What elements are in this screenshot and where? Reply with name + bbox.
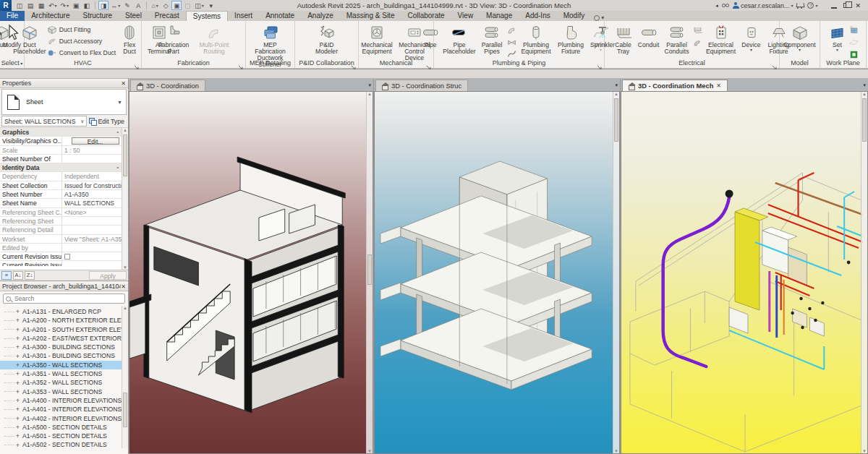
ribbon-tab-massing-site[interactable]: Massing & Site (340, 11, 401, 21)
duct-placeholder-button[interactable]: Duct Placeholder (13, 22, 46, 56)
pipe-button[interactable]: Pipe (420, 22, 441, 49)
close-inactive-views-button[interactable]: ▢ (182, 1, 192, 10)
close-button[interactable]: ✕ (855, 2, 861, 9)
tab-list-menu-icon[interactable]: ▾ (368, 82, 371, 88)
properties-header[interactable]: Properties ✕ (0, 79, 128, 88)
pipe-accessory-button[interactable] (506, 37, 517, 48)
property-row-referencing-sheet-c[interactable]: Referencing Sheet C...<None> (0, 208, 128, 217)
view3-scrollbar[interactable]: ▲▼ (861, 92, 867, 453)
property-row-workset[interactable]: WorksetView "Sheet: A1-A350... (0, 235, 128, 244)
type-selector[interactable]: Sheet ▼ (1, 89, 127, 115)
browser-search[interactable] (3, 294, 125, 304)
print-button[interactable]: ▣ (71, 1, 81, 10)
expand-icon[interactable]: + (14, 343, 21, 351)
expand-icon[interactable]: + (14, 406, 21, 413)
edit-type-button[interactable]: Edit Type (87, 118, 127, 125)
duct-button[interactable]: Duct (0, 22, 12, 49)
user-account-button[interactable]: cesar.r.escalan... ▾ (733, 2, 793, 9)
text-button[interactable]: A (133, 1, 143, 10)
ribbon-tab-manage[interactable]: Manage (480, 11, 519, 21)
tab-list-menu-icon[interactable]: ▾ (615, 82, 618, 88)
measure-button[interactable]: ↔▾ (109, 1, 122, 10)
fabrication-part-button[interactable]: Fabrication Part (153, 22, 194, 56)
ref-plane-button[interactable] (848, 37, 859, 48)
open-button[interactable]: ▤ (25, 1, 35, 10)
browser-item-a1-a402[interactable]: +A1-A402 - INTERIOR ELEVATIONS (0, 414, 128, 423)
view-canvas-coordination-struc[interactable]: ▲▼ (374, 91, 620, 454)
sort-ascending-button[interactable]: A↓ (13, 271, 23, 280)
property-row-scale[interactable]: Scale1 : 50 (0, 146, 128, 155)
tag-button[interactable]: ◇ (161, 1, 171, 10)
show-work-plane-button[interactable] (848, 25, 859, 35)
revision-checkbox[interactable] (64, 254, 70, 260)
property-row-current-revision-issu[interactable]: Current Revision Issu (0, 261, 128, 266)
dialog-launcher-icon[interactable] (597, 61, 603, 67)
dialog-launcher-icon[interactable] (772, 61, 778, 67)
dialog-launcher-icon[interactable] (426, 61, 432, 67)
p-id-modeler-button[interactable]: P&ID Modeler (305, 22, 349, 56)
mechanical-equipment-button[interactable]: Mechanical Equipment (359, 22, 395, 56)
browser-scrollbar[interactable]: ▲ (122, 306, 128, 448)
redo-button[interactable]: ↷▾ (59, 1, 71, 10)
expand-icon[interactable]: + (14, 326, 21, 333)
thin-lines-button[interactable]: ▣ (171, 1, 182, 10)
device-button[interactable]: Device▾ (739, 22, 764, 53)
undo-button[interactable]: ↶▾ (47, 1, 59, 10)
browser-item-a1-a350[interactable]: +A1-A350 - WALL SECTIONS (0, 361, 128, 369)
property-row-dependency[interactable]: DependencyIndependent (0, 172, 128, 181)
revit-logo[interactable]: R (0, 0, 12, 11)
ribbon-tab-insert[interactable]: Insert (228, 11, 259, 21)
browser-item-a1-a202[interactable]: +A1-A202 - EAST/WEST EXTERIOR ELEVAT (0, 334, 128, 343)
browser-item-a1-a502[interactable]: +A1-A502 - SECTION DETAILS (0, 440, 128, 448)
select-box-button[interactable]: ◨ (98, 1, 109, 10)
browser-item-a1-a300[interactable]: +A1-A300 - BUILDING SECTIONS (0, 343, 128, 351)
duct-fitting-button[interactable]: Duct Fitting (47, 25, 116, 35)
view-tab-3d-coordination[interactable]: 3D - Coordination (130, 80, 205, 91)
expand-icon[interactable]: + (14, 397, 21, 404)
project-browser-header[interactable]: Project Browser - arch_buildinga1_144104… (0, 282, 128, 291)
store-button[interactable] (796, 3, 804, 9)
dialog-launcher-icon[interactable] (351, 61, 357, 67)
ribbon-tab-systems[interactable]: Systems (186, 11, 228, 21)
search-input[interactable] (13, 294, 122, 303)
sort-menu-button[interactable]: ≡ (1, 271, 12, 280)
wire-button[interactable]: Wire▾ (591, 22, 611, 53)
parallel-pipes-button[interactable]: Parallel Pipes (478, 22, 506, 56)
view-canvas-coordination-mech[interactable]: ▲▼ (621, 91, 868, 454)
view1-scrollbar[interactable]: ▲▼ (366, 92, 373, 453)
view-tab-close-icon[interactable]: ✕ (716, 82, 721, 89)
ribbon-tab-file[interactable]: File (0, 11, 25, 21)
expand-icon[interactable]: + (14, 370, 21, 377)
browser-item-a1-a351[interactable]: +A1-A351 - WALL SECTIONS (0, 369, 128, 378)
cable-tray-fitting-button[interactable] (692, 25, 703, 35)
component-button[interactable]: Component▾ (781, 22, 819, 53)
default-3d-view-button[interactable]: ⌂▾ (150, 1, 160, 10)
browser-item-a1-a131[interactable]: +A1-A131 - ENLARGED RCP (0, 307, 128, 316)
conduit-button[interactable]: Conduit (636, 22, 662, 49)
property-row-visibility-graphics-o[interactable]: Visibility/Graphics O...Edit... (0, 137, 128, 145)
ribbon-tab-collaborate[interactable]: Collaborate (401, 11, 451, 21)
view-tab-3d-coordination-mech[interactable]: 3D - Coordination Mech ✕ (622, 80, 728, 91)
ribbon-tab-analyze[interactable]: Analyze (301, 11, 340, 21)
set-button[interactable]: Set▾ (827, 22, 848, 53)
dialog-launcher-icon[interactable] (134, 61, 140, 67)
ribbon-tab-view[interactable]: View (451, 11, 480, 21)
property-row-sheet-collection[interactable]: Sheet CollectionIssued for Construction (0, 181, 128, 190)
aligned-dimension-button[interactable]: ✎ (122, 1, 132, 10)
ribbon-tab-add-ins[interactable]: Add-Ins (519, 11, 556, 21)
expand-icon[interactable]: + (14, 442, 21, 448)
pipe-placeholder-button[interactable]: Pipe Placeholder (441, 22, 477, 56)
project-browser-close-icon[interactable]: ✕ (121, 283, 126, 290)
ribbon-tab-structure[interactable]: Structure (76, 11, 119, 21)
view-canvas-coordination[interactable]: ▲▼ (129, 91, 373, 454)
properties-close-icon[interactable]: ✕ (121, 80, 126, 87)
tile-views-button[interactable]: ◫▾ (193, 1, 205, 10)
property-row-sheet-number[interactable]: Sheet NumberA1-A350 (0, 190, 128, 199)
browser-item-a1-a500[interactable]: +A1-A500 - SECTION DETAILS (0, 423, 128, 432)
instance-selector[interactable]: Sheet: WALL SECTIONS ∨ (1, 116, 87, 127)
save-button[interactable]: ▦ (36, 1, 46, 10)
view-tab-3d-coordination-struc[interactable]: 3D - Coordination Struc (375, 80, 468, 91)
multi-point-routing-button[interactable]: Multi-Point Routing (195, 22, 234, 56)
pin-icon[interactable]: • (117, 163, 119, 171)
ribbon-tab-architecture[interactable]: Architecture (25, 11, 76, 21)
